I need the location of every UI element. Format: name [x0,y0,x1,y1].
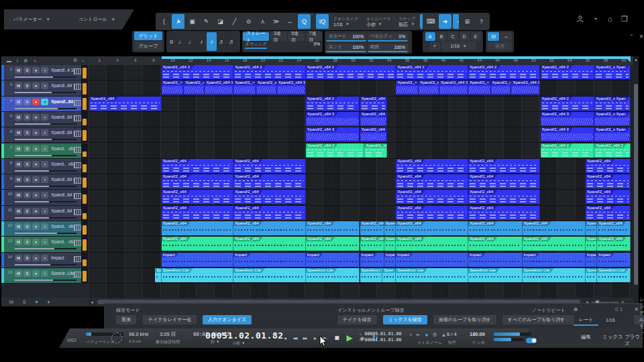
mute-button[interactable]: M [15,161,22,168]
bracket[interactable]: ( [158,14,170,29]
volume-slider[interactable] [15,92,76,93]
track-header-2[interactable]: 2MS●◑Xpand!..4 10 [1,65,88,80]
monitor-button[interactable]: ◑ [41,176,48,183]
solo-button[interactable]: S [23,176,31,183]
clip[interactable]: Speedrum Lite [597,268,631,282]
track-header-3[interactable]: 3MS●◑Xpand!..64 3 [1,80,88,96]
clip[interactable]: Xpand!2_x64 [468,174,541,188]
clip[interactable]: Impact [360,253,384,267]
play-button[interactable]: ▶ [343,331,355,345]
track-name[interactable]: Xpand!..64 9 [51,115,74,119]
track-name[interactable]: Xpand!..64 3 [51,83,74,88]
clip[interactable]: Xpand!2_x64 [468,221,523,235]
monitor-button[interactable]: ◑ [41,129,48,136]
track-header-12[interactable]: 12MS●◑Xpand.._x64 [1,221,88,237]
play-small-button[interactable]: ▸ [311,331,319,345]
clip[interactable]: Speedrum Lite [233,268,306,282]
main-time-unit[interactable]: 小節 ▼ [232,341,246,347]
note-repeat-wrench-icon[interactable]: ⚙ [574,307,578,312]
clip[interactable]: Xpan [384,237,396,251]
scroll-up-icon[interactable]: ▲ [633,58,639,62]
preset-B[interactable]: B [437,32,447,41]
track-lane-2[interactable]: Xpand!2_x64 2Xpand!2_x64 2Xpand!2_x64 2X… [88,65,633,80]
clip[interactable]: Xpand!2_x64 [396,174,468,188]
volume-slider[interactable] [15,217,76,219]
note-repeat-rate-value[interactable]: 1/16 [600,315,621,324]
loop-record-button[interactable]: ミックスを録音 [383,315,427,324]
record-arm-button[interactable]: ● [32,145,40,152]
clip[interactable]: Xpand!2_x64 3 Xpan [360,127,387,141]
track-lane-4[interactable]: Xpand!2_x64Xpand!2_x64 2Xpand!2_x64 2Xpa… [88,97,633,112]
forward-button[interactable]: ▸▸ [301,331,309,345]
clip[interactable]: Xpand!2_x64 3 [205,80,233,95]
mute-button[interactable]: M [15,129,22,136]
track-header-13[interactable]: 13MS●◑Xpand.._x64 [1,237,88,252]
stop-button[interactable]: ■ [331,331,342,345]
monitor-button[interactable]: ◑ [41,223,48,230]
mute-button[interactable]: M [15,67,22,74]
record-arm-button[interactable]: ● [32,82,40,89]
clip[interactable]: Xpand!2_x64 [233,221,306,235]
arrow-tool[interactable]: ➤ [172,14,184,29]
mute-button[interactable]: M [15,255,22,261]
quantize-param[interactable]: エンド100% [326,44,366,52]
track-lane-14[interactable]: ImpactImpactImpactImpactImpaImpactImpact… [88,253,633,268]
volume-slider[interactable] [15,186,76,187]
clip[interactable]: Xpand!2_x64 [586,159,631,173]
clip[interactable]: Speedrum Lite [468,268,523,282]
monitor-button[interactable]: ◑ [41,270,48,277]
performance-label[interactable]: パフォーマンス [86,339,115,345]
quantize-param[interactable]: スタート100% [326,33,366,42]
note-value-1/16[interactable]: ♪ [207,32,217,51]
record-arm-button[interactable]: ● [32,67,40,74]
arrange-mode-icon[interactable]: ➜ [439,14,451,29]
record-arm-button[interactable]: ● [32,208,40,215]
clip[interactable]: Xpand!2_x64 3 [511,80,540,95]
clip[interactable]: Xpand!2_> [233,80,256,95]
timeline-ruler[interactable]: 2468101214161820222426283032343638404244… [88,56,633,65]
clip[interactable]: Xpand!2_x64 [586,174,631,188]
loop-region-bar[interactable] [162,56,631,59]
track-overview-icon[interactable]: ⊞ [73,58,77,64]
zoom-tool[interactable]: Q [298,14,311,29]
clip[interactable]: Xpand!2_x64 2 [233,65,306,79]
apply-button[interactable]: 適用 [488,42,512,50]
clip[interactable]: Xpand!2_x64 [597,237,631,251]
clip[interactable]: Xpand!2_x64 2 [306,65,396,79]
view-edit-button[interactable]: 編集 [581,334,591,341]
track-name[interactable]: Speedr..Lite [51,271,74,276]
clip[interactable]: Speedrum Lite [523,268,586,282]
volume-slider[interactable] [15,139,76,140]
quantize-param[interactable]: ベロシティ0% [368,33,408,42]
precount-icon[interactable]: ⌁ [409,332,413,338]
solo-button[interactable]: S [23,161,31,168]
record-arm-button[interactable]: ● [32,270,40,277]
feel-button[interactable]: 5連符 [288,32,304,41]
clip[interactable]: Xpand!2_x64 [468,237,523,251]
mute-all-icon[interactable]: M [9,300,13,304]
record-arm-button[interactable]: ● [32,176,40,183]
v-scroll-thumb[interactable] [634,84,638,285]
meter-toggle[interactable] [526,338,537,343]
clip[interactable]: Speedrum Lite [306,268,360,282]
help-button[interactable]: ? [475,14,488,29]
clip[interactable]: Xpand!2_x64 [468,190,541,204]
solo-all-icon[interactable]: S [23,300,26,304]
clip[interactable]: Impa [586,253,597,267]
clip[interactable]: Xpand!2_x64 [396,221,468,235]
volume-slider[interactable] [15,280,76,281]
track-lane-3[interactable]: Xpand!2_>Xpand!2_xXpand!2_x64 3Xpand!2_>… [88,80,633,96]
feel-button[interactable]: 3連符 [270,32,286,41]
loop-record-button[interactable]: 最後のループを取り消す [433,315,496,324]
add-preset-button[interactable]: + [430,42,440,50]
monitor-button[interactable]: ◑ [41,145,48,152]
view-browse-button[interactable]: ブラウズ [625,334,643,347]
clip[interactable]: Xpand!2_x [419,80,439,95]
clip[interactable]: Spee [155,268,161,282]
clip[interactable]: Xpand!2_x64 2 [364,143,387,158]
track-lane-8[interactable]: Xpand!2_x64Xpand!2_x64Xpand!2_x64Xpand!2… [88,159,633,174]
preset-note-value[interactable]: 1/16▼ [441,42,476,50]
clip[interactable]: Xpand!2_x64 2 [541,97,595,111]
clip[interactable]: Xpand!2_x [491,80,512,95]
track-header-6[interactable]: 6MS●◑Xpand!..64 4 [1,127,88,143]
